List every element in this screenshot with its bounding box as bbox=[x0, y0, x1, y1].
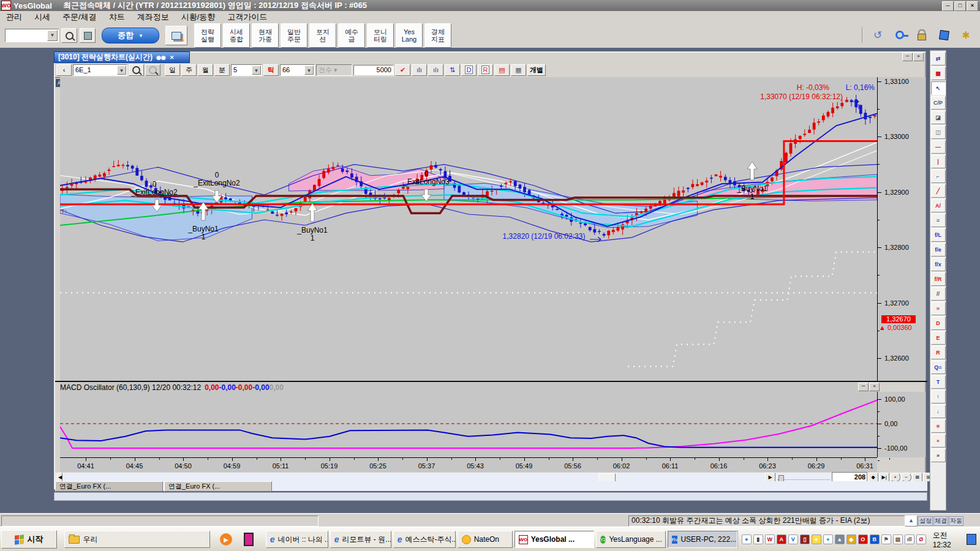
quick-launch-media-icon[interactable]: ▶ bbox=[219, 532, 233, 547]
count-combo[interactable]: 건수 ▾ bbox=[316, 64, 352, 76]
scroll-left-button[interactable]: ◀ bbox=[58, 473, 62, 482]
minute-combo[interactable]: 5▼ bbox=[231, 64, 262, 76]
quick-launch-folder[interactable]: 우리 bbox=[64, 531, 211, 548]
signal-check-icon[interactable]: ✔ bbox=[395, 64, 410, 76]
grid-icon[interactable]: ▦ bbox=[511, 64, 526, 76]
period-button-0[interactable]: 일 bbox=[165, 64, 180, 76]
minimize-button[interactable]: ─ bbox=[942, 1, 954, 11]
link-icon[interactable]: ◉◉ bbox=[156, 54, 166, 61]
fib-l-tool-icon[interactable]: f/L bbox=[931, 228, 946, 242]
task-button-3[interactable]: NateOn bbox=[458, 531, 513, 548]
tray-bluetooth-icon[interactable]: B bbox=[870, 534, 880, 544]
tray-rocket-icon[interactable]: ▲ bbox=[835, 534, 845, 544]
menu-item-5[interactable]: 시황/동향 bbox=[175, 10, 222, 24]
multi-chart-tool-icon[interactable]: ▦ bbox=[931, 67, 946, 80]
pattern-r-tool-icon[interactable]: R bbox=[931, 346, 946, 359]
text-tool-icon[interactable]: T bbox=[931, 375, 946, 389]
pattern-e-tool-icon[interactable]: E bbox=[931, 331, 946, 345]
toolbar-button-8[interactable]: 경제지표 bbox=[424, 23, 451, 48]
task-button-1[interactable]: e리모트뷰 - 원... bbox=[330, 531, 391, 548]
menu-item-2[interactable]: 주문/체결 bbox=[56, 10, 103, 24]
menu-item-6[interactable]: 고객가이드 bbox=[221, 10, 273, 24]
square-tool-icon[interactable]: ■ bbox=[931, 419, 946, 433]
report-icon[interactable]: ▤ bbox=[494, 64, 510, 76]
task-button-6[interactable]: RvUSER-PC, 222... bbox=[668, 531, 737, 548]
toolbar-button-6[interactable]: 모니터링 bbox=[367, 23, 394, 48]
menu-item-3[interactable]: 챠트 bbox=[103, 10, 131, 24]
arrow-down-tool-icon[interactable]: ↓ bbox=[931, 405, 946, 418]
text-note-tool-icon[interactable]: A/ bbox=[931, 199, 946, 212]
more-tools-icon[interactable]: » bbox=[931, 449, 946, 462]
start-button[interactable]: 시작 bbox=[1, 530, 57, 549]
erase-all-tool-icon[interactable]: ◫ bbox=[931, 126, 946, 139]
tray-signal-icon[interactable]: ıll bbox=[905, 534, 914, 544]
volume-chart-icon[interactable]: ıIı bbox=[428, 64, 443, 76]
task-button-4[interactable]: WOYesGlobal ... bbox=[514, 531, 594, 548]
count-input[interactable]: 5000 bbox=[353, 65, 394, 75]
toolbar-button-3[interactable]: 일반주문 bbox=[281, 23, 307, 48]
chart-doc-tab-1[interactable]: 연결_Euro FX (... bbox=[164, 481, 272, 492]
news-ticker[interactable]: 00:32:10 휘발유 주간재고는 예상 소폭 상회한 221만배럴 증가 -… bbox=[628, 515, 907, 527]
panel-splitter[interactable] bbox=[55, 381, 927, 382]
key-icon[interactable] bbox=[893, 28, 907, 42]
resize-handle[interactable] bbox=[55, 476, 57, 478]
fib-x-tool-icon[interactable]: f/x bbox=[931, 258, 946, 271]
go-end-icon[interactable]: ▶| bbox=[879, 473, 889, 482]
tray-mute-icon[interactable]: Ø bbox=[916, 534, 926, 544]
tray-pdf-icon[interactable]: A bbox=[777, 534, 786, 544]
history-icon[interactable]: ↺ bbox=[871, 28, 884, 42]
doc-d-icon[interactable]: D bbox=[461, 64, 477, 76]
parallel-tool-icon[interactable]: // bbox=[931, 287, 946, 301]
toolbar-button-5[interactable]: 예수금 bbox=[338, 23, 365, 48]
chart-minimize-button[interactable]: ─ bbox=[902, 53, 913, 61]
step-back-icon[interactable]: ◆ bbox=[868, 473, 878, 482]
menu-item-4[interactable]: 계좌정보 bbox=[131, 10, 175, 24]
period-button-1[interactable]: 주 bbox=[181, 64, 197, 76]
new-window-button[interactable] bbox=[165, 26, 187, 45]
tray-wo-icon[interactable]: W bbox=[765, 534, 775, 544]
menu-item-0[interactable]: 관리 bbox=[0, 10, 28, 24]
period-button-2[interactable]: 월 bbox=[198, 64, 213, 76]
circle-tool-icon[interactable]: ● bbox=[931, 434, 946, 448]
gear-icon[interactable]: ✱ bbox=[959, 28, 973, 42]
task-button-0[interactable]: e네이버 :: 나의 ... bbox=[266, 531, 328, 548]
zoom-in-icon[interactable]: + bbox=[890, 473, 900, 482]
tick-count-combo[interactable]: 66▼ bbox=[280, 64, 315, 76]
hscroll-thumb[interactable] bbox=[598, 473, 616, 482]
chart-search2-button[interactable] bbox=[145, 64, 160, 76]
tray-drop-icon[interactable]: ● bbox=[742, 534, 752, 544]
zigzag-tool-icon[interactable]: ≈ bbox=[931, 302, 946, 315]
quick-search-combo[interactable]: ▼ bbox=[5, 29, 59, 42]
tick-button[interactable]: 틱 bbox=[263, 64, 279, 76]
search-button[interactable] bbox=[61, 28, 77, 43]
toolbar-button-1[interactable]: 시세종합 bbox=[223, 23, 250, 48]
toolbar-button-4[interactable]: 포지션 bbox=[309, 23, 336, 48]
package-icon[interactable] bbox=[937, 28, 951, 42]
tray-flag-icon[interactable]: ⚑ bbox=[881, 534, 891, 544]
chart-window-tab[interactable]: [3010] 전략실행차트(실시간) ◉◉ ✕ bbox=[54, 51, 190, 63]
tray-battery-icon[interactable]: ▮ bbox=[753, 534, 763, 544]
sort-updown-icon[interactable]: ⇅ bbox=[445, 64, 460, 76]
tray-shield-icon[interactable]: ◆ bbox=[846, 534, 856, 544]
task-button-2[interactable]: e예스스탁-주식.... bbox=[393, 531, 456, 548]
hline-tool-icon[interactable]: ― bbox=[931, 140, 946, 154]
toolbar-button-2[interactable]: 현재가종 bbox=[252, 23, 279, 48]
save-button[interactable] bbox=[80, 28, 96, 43]
zoom-slider[interactable] bbox=[777, 474, 830, 480]
tray-phone-icon[interactable]: ▯ bbox=[800, 534, 810, 544]
menu-item-1[interactable]: 시세 bbox=[28, 10, 56, 24]
period-button-3[interactable]: 분 bbox=[214, 64, 230, 76]
mdi-horizontal-scrollbar[interactable] bbox=[54, 492, 927, 501]
maximize-button[interactable]: □ bbox=[954, 1, 966, 11]
hlevels-tool-icon[interactable]: ≡ bbox=[931, 214, 946, 227]
cp-tool-icon[interactable]: C/P bbox=[931, 96, 946, 110]
tray-clipboard-icon[interactable]: ▤ bbox=[893, 534, 903, 544]
news-expand-button[interactable]: ▲ bbox=[905, 515, 918, 527]
trendline-tool-icon[interactable]: ╱ bbox=[931, 184, 946, 198]
fib-e-tool-icon[interactable]: f/e bbox=[931, 243, 946, 257]
vline-tool-icon[interactable]: | bbox=[931, 155, 946, 168]
close-panel-icon[interactable]: ⊠ bbox=[912, 473, 922, 482]
chart-doc-tab-0[interactable]: 연결_Euro FX (... bbox=[55, 481, 163, 492]
tab-close-icon[interactable]: ✕ bbox=[170, 54, 175, 61]
arrow-up-tool-icon[interactable]: ↑ bbox=[931, 390, 946, 403]
